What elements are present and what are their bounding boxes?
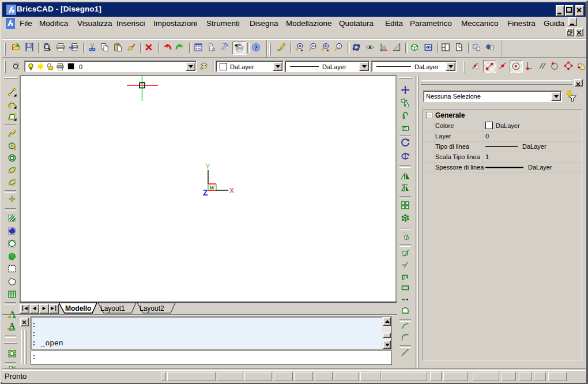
svg-text:Layout2: Layout2 [140, 304, 164, 313]
svg-text:A: A [9, 322, 16, 330]
svg-text:X: X [229, 187, 234, 195]
svg-text:Layout1: Layout1 [100, 304, 125, 313]
svg-text:W: W [209, 185, 215, 191]
svg-text:Modello: Modello [65, 304, 91, 313]
svg-text:Z: Z [203, 188, 208, 197]
svg-text:Y: Y [205, 162, 210, 171]
svg-text:?: ? [254, 44, 258, 52]
